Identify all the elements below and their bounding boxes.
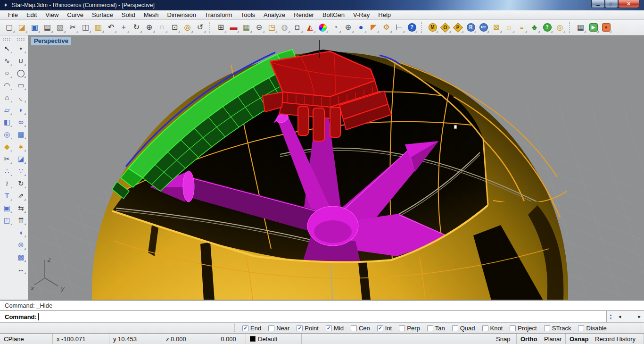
sidebar-grip[interactable] (17, 37, 25, 41)
menu-view[interactable]: View (41, 11, 63, 18)
point-icon[interactable]: • (15, 42, 27, 54)
osnap-near-checkbox[interactable]: Near (268, 325, 289, 332)
cut-icon[interactable]: ✂ (66, 21, 79, 34)
osnap-end-checkbox[interactable]: ✓End (242, 325, 261, 332)
scroll-left-icon[interactable]: ◄ (618, 314, 622, 319)
undo-view-icon[interactable]: ↺ (194, 21, 206, 34)
play-icon[interactable]: ▶ (587, 21, 600, 34)
menu-v-ray[interactable]: V-Ray (349, 11, 374, 18)
undo-icon[interactable]: ↶ (105, 21, 117, 34)
scroll-right-icon[interactable]: ► (637, 314, 642, 319)
boolean-icon[interactable]: ◆ (1, 140, 13, 152)
scale-icon[interactable]: ⇗ (15, 189, 27, 201)
checkbox-unchecked-icon[interactable] (452, 325, 458, 331)
osnap-tan-checkbox[interactable]: Tan (427, 325, 445, 332)
circle-icon[interactable]: ○ (1, 67, 13, 79)
checkbox-unchecked-icon[interactable] (544, 325, 550, 331)
menu-boltgen[interactable]: BoltGen (318, 11, 349, 18)
circle-center-icon[interactable]: ⊖ (253, 21, 265, 34)
contour-icon[interactable]: ◖ (15, 226, 27, 238)
close-button[interactable]: × (618, 0, 639, 8)
rotate-icon[interactable]: ↻ (15, 177, 27, 189)
rhino-render-icon[interactable]: ◭ (304, 21, 316, 34)
save-icon[interactable]: ▣ (28, 21, 41, 34)
osnap-markers-icon[interactable]: ◳ (265, 21, 278, 34)
menu-surface[interactable]: Surface (88, 11, 117, 18)
animation-icon[interactable]: ▦ (574, 21, 587, 34)
viewport-title[interactable]: Perspective (31, 37, 71, 45)
vray-rt-icon[interactable]: RT (477, 21, 490, 34)
pan-icon[interactable]: + (117, 21, 130, 34)
checkbox-unchecked-icon[interactable] (399, 325, 405, 331)
status-osnap[interactable]: Osnap (566, 334, 591, 344)
vray-p-icon[interactable]: P (452, 21, 464, 34)
osnap-perp-checkbox[interactable]: Perp (399, 325, 420, 332)
menu-render[interactable]: Render (289, 11, 318, 18)
status-layer[interactable]: Default (246, 334, 302, 344)
rectangle-icon[interactable]: ▭ (15, 79, 27, 91)
dimension-icon[interactable]: ↔ (15, 263, 27, 275)
arc-icon[interactable]: ◠ (1, 79, 13, 91)
vray-plane-icon[interactable]: ⊠ (490, 21, 503, 34)
fillet-icon[interactable]: ◟ (15, 91, 27, 103)
command-scroll[interactable]: ◄ ► (615, 311, 644, 322)
status-ortho[interactable]: Ortho (517, 334, 540, 344)
minimize-button[interactable]: ▂ (591, 0, 605, 8)
help-icon[interactable]: ? (405, 21, 418, 34)
osnap-point-checkbox[interactable]: ✓Point (297, 325, 319, 332)
paste-icon[interactable]: ▥ (92, 21, 105, 34)
viewport-layout-icon[interactable]: ⊞ (215, 21, 227, 34)
color-wheel-icon[interactable] (316, 21, 329, 34)
checkbox-checked-icon[interactable]: ✓ (377, 325, 383, 331)
osnap-strack-checkbox[interactable]: STrack (544, 325, 571, 332)
vray-sun-icon[interactable]: ☼ (503, 21, 515, 34)
explode-icon[interactable]: ∗ (15, 140, 27, 152)
vray-help-icon[interactable]: ? (541, 21, 553, 34)
loft-icon[interactable]: ◗ (15, 103, 27, 116)
status-cplane[interactable]: CPlane (0, 334, 53, 344)
history-icon[interactable]: ⊢ (393, 21, 405, 34)
grid-sphere-icon[interactable]: ⊕ (342, 21, 355, 34)
block-icon[interactable]: ▣ (1, 201, 13, 214)
tangent-icon[interactable]: ∵ (15, 165, 27, 177)
copy-icon[interactable]: ◫ (79, 21, 92, 34)
menu-solid[interactable]: Solid (117, 11, 140, 18)
solid-icon[interactable]: ◰ (1, 214, 13, 226)
boolean2-icon[interactable]: ∞ (15, 116, 27, 128)
box-icon[interactable]: ◧ (1, 116, 13, 128)
split-icon[interactable]: ◪ (15, 152, 27, 165)
perspective-viewport[interactable]: z x y Perspective (28, 35, 644, 300)
vray-vegetation-icon[interactable]: ♣ (528, 21, 541, 34)
osnap-disable-checkbox[interactable]: Disable (578, 325, 606, 332)
curve-icon[interactable]: ∿ (1, 54, 13, 67)
osnap-drag-handle[interactable] (234, 324, 239, 332)
osnap-int-checkbox[interactable]: ✓Int (377, 325, 392, 332)
menu-analyze[interactable]: Analyze (259, 11, 289, 18)
interp-curve-icon[interactable]: ∪ (15, 54, 27, 67)
named-view-icon[interactable]: ▬ (227, 21, 240, 34)
render-sphere-icon[interactable]: ● (355, 21, 367, 34)
menu-tools[interactable]: Tools (237, 11, 259, 18)
menu-mesh[interactable]: Mesh (140, 11, 163, 18)
ellipse-icon[interactable]: ◯ (15, 67, 27, 79)
text-icon[interactable]: T (1, 189, 13, 201)
zoom-window-icon[interactable]: ◌ (156, 21, 168, 34)
osnap-project-checkbox[interactable]: Project (510, 325, 537, 332)
polygon-icon[interactable]: ⌂ (1, 91, 13, 103)
osnap-knot-checkbox[interactable]: Knot (482, 325, 503, 332)
menu-help[interactable]: Help (374, 11, 395, 18)
print-icon[interactable]: ▤ (41, 21, 54, 34)
osnap-quad-checkbox[interactable]: Quad (452, 325, 475, 332)
adjust-curve-icon[interactable]: ≀ (1, 177, 13, 189)
surface-icon[interactable]: ▱ (1, 103, 13, 116)
checkbox-unchecked-icon[interactable] (427, 325, 433, 331)
gears-icon[interactable]: ⚙ (380, 21, 393, 34)
mirror-icon[interactable]: ⇆ (15, 201, 27, 214)
record-icon[interactable]: ● (600, 21, 612, 34)
checkbox-checked-icon[interactable]: ✓ (242, 325, 248, 331)
zoom-selected-icon[interactable]: ◎ (181, 21, 194, 34)
trim-icon[interactable]: ✂ (1, 152, 13, 165)
menu-dimension[interactable]: Dimension (163, 11, 200, 18)
array-icon[interactable]: ⇈ (15, 214, 27, 226)
open-file-icon[interactable]: ◪ (16, 21, 28, 34)
